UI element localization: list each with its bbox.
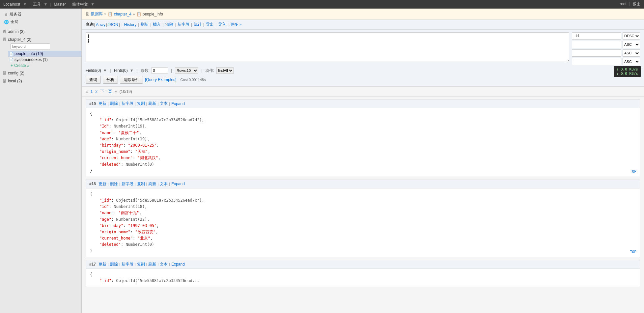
db-chapter4[interactable]: 🗄 chapter_4 (2)	[0, 36, 81, 43]
sidebar-top-section: 🖥 服务器 🌐 全局	[0, 9, 81, 28]
sort-order-4[interactable]: ASC DESC	[623, 58, 640, 65]
hints-arrow[interactable]: ▼	[130, 68, 134, 73]
topbar-left: Localhost ▼ | 工具 ▼ | Master | 简体中文 ▼	[3, 2, 95, 7]
record-18-newfield[interactable]: 新字段	[122, 181, 133, 187]
rows-input[interactable]	[152, 67, 168, 74]
db-icon-local: 🗄	[3, 79, 6, 83]
record-17-text[interactable]: 文本	[160, 262, 168, 267]
sidebar: 🖥 服务器 🌐 全局 🗄 admin (3) 🗄 chapter_4 (2)	[0, 9, 82, 313]
db-admin[interactable]: 🗄 admin (3)	[0, 28, 81, 35]
query-examples-link[interactable]: [Query Examples]	[145, 77, 176, 82]
sort-field-3[interactable]	[572, 49, 621, 57]
master-link[interactable]: Master	[54, 2, 66, 7]
record-18-refresh[interactable]: 刷新	[148, 181, 156, 187]
query-options: Fields(0) ▼ | Hints(0) ▼ | 条数: | Rows:10…	[86, 67, 640, 74]
record-18-top[interactable]: TOP	[630, 249, 636, 255]
record-18-text[interactable]: 文本	[160, 181, 168, 187]
host-arrow: ▼	[23, 2, 27, 7]
record-17-expand[interactable]: Expand	[171, 262, 185, 267]
layout: 🖥 服务器 🌐 全局 🗄 admin (3) 🗄 chapter_4 (2)	[0, 9, 644, 313]
record-17-delete[interactable]: 删除	[110, 262, 118, 267]
tools-link[interactable]: 工具	[33, 2, 41, 7]
search-input[interactable]	[11, 43, 50, 49]
db-icon-config: 🗄	[3, 71, 6, 75]
user-label: root	[620, 2, 627, 7]
toolbar-import-link[interactable]: 导入	[218, 22, 226, 27]
record-17-refresh[interactable]: 刷新	[148, 262, 156, 267]
toolbar-clear-link[interactable]: 清除	[165, 22, 173, 27]
sort-order-2[interactable]: ASC DESC	[623, 41, 640, 48]
record-17-content: { "_id": ObjectId("5de55881a7c2b334526ea…	[90, 271, 636, 284]
record-17-header: #17 更新 | 删除 | 新字段 | 复制 | 刷新 | 文本 | Expan…	[86, 260, 640, 269]
record-17-newfield[interactable]: 新字段	[122, 262, 133, 267]
toolbar-refresh-link[interactable]: 刷新	[141, 22, 149, 27]
toolbar-history-link[interactable]: History	[124, 22, 136, 27]
toolbar-json-link[interactable]: JSON	[108, 22, 118, 27]
sidebar-item-global[interactable]: 🌐 全局	[3, 18, 79, 26]
host-link[interactable]: Localhost	[3, 2, 20, 7]
page-next-link[interactable]: 下一页	[100, 89, 112, 94]
coll-item-system-indexes[interactable]: 📄 system.indexes (1)	[8, 57, 81, 63]
coll-people-info-label: people_info (19)	[14, 51, 43, 56]
sort-row-4: ASC DESC	[572, 58, 640, 65]
lang-link[interactable]: 简体中文	[72, 2, 88, 7]
network-widget: ↑ 0,0 KB/s ↓ 0,0 KB/s	[614, 66, 641, 77]
record-17-copy[interactable]: 复制	[137, 262, 145, 267]
record-18-delete[interactable]: 删除	[110, 181, 118, 187]
coll-system-indexes-label: system.indexes (1)	[14, 57, 48, 62]
pagination: « 1 2 下一页 » (10/19)	[82, 87, 644, 97]
cost-text: Cost 0.001148s	[180, 78, 206, 82]
page-2-link[interactable]: 2	[95, 89, 98, 94]
query-textarea[interactable]: { }	[86, 32, 569, 62]
toolbar-more-link[interactable]: 更多 »	[230, 22, 241, 27]
record-18-copy[interactable]: 复制	[137, 181, 145, 187]
record-19-delete[interactable]: 删除	[110, 101, 118, 106]
page-1-link[interactable]: 1	[91, 89, 93, 94]
logout-link[interactable]: 退出	[633, 2, 641, 7]
record-19: #19 更新 | 删除 | 新字段 | 复制 | 刷新 | 文本 | Expan…	[86, 99, 640, 177]
sort-order-1[interactable]: DESC ASC	[623, 32, 640, 40]
sort-field-2[interactable]	[572, 41, 621, 48]
page-prev: «	[86, 89, 88, 94]
record-19-update[interactable]: 更新	[98, 101, 106, 106]
coll-item-people-info[interactable]: 📄 people_info (19)	[8, 51, 81, 57]
action-select[interactable]: findAll find	[216, 67, 234, 74]
coll-list-chapter4: 📄 people_info (19) 📄 system.indexes (1) …	[0, 43, 81, 69]
clear-conditions-button[interactable]: 清除条件	[120, 76, 143, 84]
analyze-button[interactable]: 分析	[103, 76, 118, 84]
toolbar-export-link[interactable]: 导出	[206, 22, 214, 27]
db-config[interactable]: 🗄 config (2)	[0, 70, 81, 76]
record-19-text[interactable]: 文本	[160, 101, 168, 106]
toolbar-stats-link[interactable]: 统计	[194, 22, 202, 27]
global-icon: 🌐	[4, 20, 9, 24]
record-19-header: #19 更新 | 删除 | 新字段 | 复制 | 刷新 | 文本 | Expan…	[86, 100, 640, 108]
breadcrumb-db-link[interactable]: 数据库	[91, 11, 103, 17]
db-local[interactable]: 🗄 local (2)	[0, 78, 81, 84]
record-19-copy[interactable]: 复制	[137, 101, 145, 106]
breadcrumb-coll-icon2: 📋	[136, 12, 141, 16]
sidebar-item-server[interactable]: 🖥 服务器	[3, 11, 79, 18]
toolbar-insert-link[interactable]: 插入	[153, 22, 161, 27]
fields-arrow[interactable]: ▼	[103, 68, 107, 73]
record-19-top[interactable]: TOP	[630, 169, 636, 175]
record-18-content: { "_id": ObjectId("5de55881a7c2b334526ea…	[90, 191, 636, 254]
create-btn[interactable]: + Create »	[8, 63, 81, 69]
breadcrumb-coll-name: people_info	[143, 12, 163, 16]
sort-field-1[interactable]	[572, 32, 621, 40]
rows-select[interactable]: Rows:10 Rows:25 Rows:50 Rows:100	[175, 67, 198, 74]
record-19-refresh[interactable]: 刷新	[148, 101, 156, 106]
toolbar-newfield-link[interactable]: 新字段	[178, 22, 189, 27]
breadcrumb-chapter4-link[interactable]: chapter_4	[114, 12, 131, 16]
toolbar-array-link[interactable]: Array	[96, 22, 105, 27]
net-down: ↓ 0,0 KB/s	[616, 71, 638, 76]
query-button[interactable]: 查询	[86, 76, 101, 84]
record-19-expand[interactable]: Expand	[171, 101, 185, 106]
record-17-update[interactable]: 更新	[98, 262, 106, 267]
sort-field-4[interactable]	[572, 58, 621, 65]
record-18-update[interactable]: 更新	[98, 181, 106, 187]
record-19-newfield[interactable]: 新字段	[122, 101, 133, 106]
page-info: (10/19)	[120, 89, 132, 94]
sort-order-3[interactable]: ASC DESC	[623, 49, 640, 57]
record-18-expand[interactable]: Expand	[171, 182, 185, 186]
create-label: Create »	[14, 63, 29, 68]
